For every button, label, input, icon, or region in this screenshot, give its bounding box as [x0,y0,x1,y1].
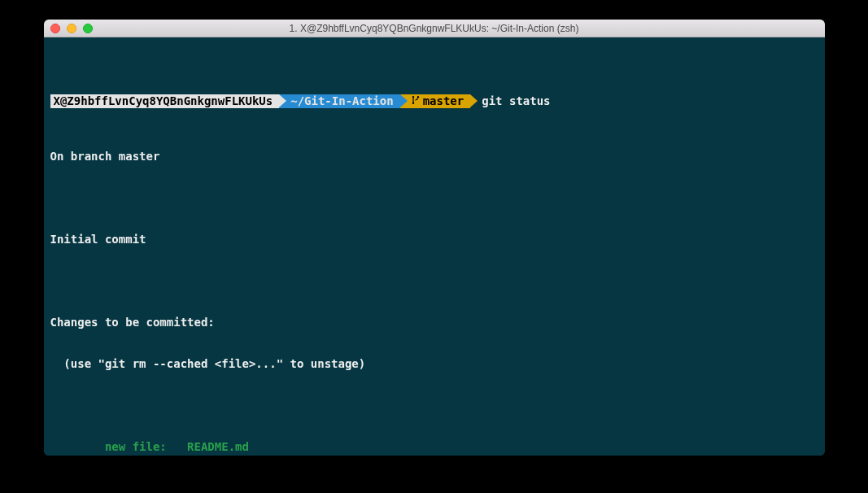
terminal-body[interactable]: X@Z9hbffLvnCyq8YQBnGnkgnwFLKUkUs ~/Git-I… [44,37,825,456]
window-title: 1. X@Z9hbffLvnCyq8YQBnGnkgnwFLKUkUs: ~/G… [44,23,825,34]
prompt-branch: master [423,94,465,107]
output-line: Initial commit [50,233,818,246]
titlebar: 1. X@Z9hbffLvnCyq8YQBnGnkgnwFLKUkUs: ~/G… [44,20,825,37]
git-branch-icon [412,94,420,108]
prompt-line: X@Z9hbffLvnCyq8YQBnGnkgnwFLKUkUs ~/Git-I… [50,94,818,108]
traffic-lights [44,24,93,33]
prompt-path: ~/Git-In-Action [290,94,393,108]
output-line: Changes to be committed: [50,316,818,329]
terminal-window: 1. X@Z9hbffLvnCyq8YQBnGnkgnwFLKUkUs: ~/G… [44,20,825,456]
output-staged-line: new file: README.md [50,440,818,454]
maximize-button[interactable] [83,24,93,33]
blank-line [50,274,818,288]
prompt-branch-segment: master [400,94,471,108]
command-text: git status [482,94,550,108]
minimize-button[interactable] [67,24,76,33]
blank-line [50,399,818,412]
prompt-userhost-segment: X@Z9hbffLvnCyq8YQBnGnkgnwFLKUkUs [50,94,280,108]
close-button[interactable] [50,24,60,33]
blank-line [50,191,818,205]
prompt-path-segment: ~/Git-In-Action [279,94,399,108]
prompt-userhost: X@Z9hbffLvnCyq8YQBnGnkgnwFLKUkUs [54,94,273,108]
output-line: (use "git rm --cached <file>..." to unst… [50,357,818,371]
output-line: On branch master [50,150,818,164]
